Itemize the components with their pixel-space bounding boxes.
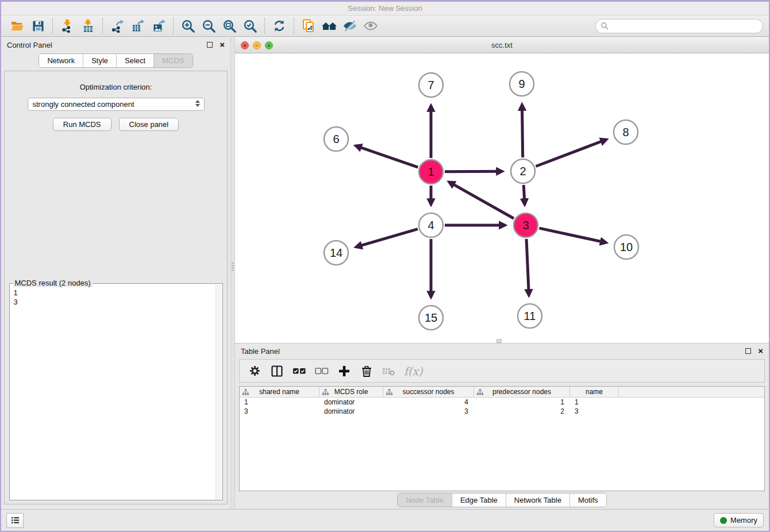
toolbar-separator	[52, 18, 53, 34]
search-field[interactable]	[595, 19, 763, 33]
export-network-button[interactable]	[107, 17, 128, 34]
zoom-out-button[interactable]	[198, 17, 219, 34]
graph-node-label: 8	[622, 126, 629, 138]
delete-table-button[interactable]	[382, 364, 396, 379]
close-table-panel-icon[interactable]: ×	[758, 348, 763, 354]
tab-select[interactable]: Select	[116, 54, 153, 67]
network-title: scc.txt	[491, 41, 513, 49]
memory-button[interactable]: Memory	[714, 513, 764, 527]
network-canvas[interactable]: 7968124314101511	[235, 53, 769, 343]
search-icon	[600, 22, 609, 30]
tab-node-table[interactable]: Node Table	[398, 494, 452, 507]
minimize-window-button[interactable]: −	[253, 41, 261, 49]
network-window: × − + scc.txt 79681243141015	[235, 37, 769, 343]
add-icon	[338, 365, 351, 377]
graph-edge-1-2[interactable]	[445, 171, 502, 172]
tab-motifs[interactable]: Motifs	[569, 494, 606, 507]
columns-icon	[271, 365, 283, 377]
column-header-successor-nodes[interactable]: successor nodes	[383, 387, 474, 397]
graph-edge-3-11[interactable]	[526, 239, 529, 295]
add-column-button[interactable]	[337, 364, 352, 379]
splitter-handle[interactable]	[496, 339, 502, 343]
graph-node-label: 4	[428, 219, 434, 232]
table-row[interactable]: 1 dominator 4 1 1	[240, 398, 764, 407]
zoom-fit-button[interactable]	[219, 17, 240, 34]
graph-node-label: 15	[425, 311, 437, 324]
zoom-selected-button[interactable]	[240, 17, 260, 34]
delete-icon	[361, 365, 372, 377]
graph-edge-3-10[interactable]	[539, 228, 606, 242]
hide-details-button[interactable]	[340, 17, 360, 34]
export-table-icon	[131, 19, 145, 33]
dropdown-stepper-icon	[195, 100, 200, 107]
cell-shared-name: 3	[240, 407, 319, 416]
column-header-shared-name[interactable]: shared name	[240, 387, 319, 397]
task-history-button[interactable]	[6, 513, 24, 528]
column-header-name[interactable]: name	[570, 387, 619, 397]
zoom-in-button[interactable]	[178, 17, 198, 34]
show-eye-icon	[363, 19, 378, 33]
mcds-result-item[interactable]: 3	[14, 298, 222, 307]
zoom-in-icon	[181, 19, 195, 33]
save-icon	[32, 20, 45, 33]
network-file-button[interactable]	[298, 17, 319, 34]
zoom-window-button[interactable]: +	[265, 41, 273, 49]
open-session-button[interactable]	[7, 17, 28, 34]
close-window-button[interactable]: ×	[241, 41, 249, 49]
graph-edge-1-6[interactable]	[356, 146, 418, 167]
graph-edge-2-8[interactable]	[536, 140, 606, 167]
optimization-criterion-select[interactable]: strongly connected component	[28, 98, 205, 111]
application-window: Session: New Session	[0, 0, 770, 532]
graph-edge-2-9[interactable]	[522, 105, 522, 157]
cell-predecessor-nodes: 2	[474, 407, 570, 416]
graph-edge-2-3[interactable]	[523, 185, 525, 205]
tab-network[interactable]: Network	[39, 54, 83, 67]
export-table-button[interactable]	[128, 17, 148, 34]
show-details-button[interactable]	[360, 17, 381, 34]
cell-successor-nodes: 4	[383, 398, 474, 407]
import-table-button[interactable]	[78, 17, 98, 34]
graph-node-label: 7	[428, 79, 434, 91]
mcds-result-item[interactable]: 1	[14, 288, 222, 298]
export-image-icon	[152, 19, 166, 33]
delete-column-button[interactable]	[359, 364, 374, 379]
show-columns-button[interactable]	[270, 364, 284, 379]
table-header-row: shared name MCDS role successor nodes	[240, 387, 764, 398]
toolbar-separator	[102, 18, 103, 34]
save-session-button[interactable]	[28, 17, 48, 34]
graph-node-label: 11	[524, 310, 536, 322]
close-panel-icon[interactable]: ×	[220, 42, 225, 48]
refresh-button[interactable]	[269, 17, 290, 34]
graph-edge-3-1[interactable]	[449, 182, 514, 219]
table-panel: Table Panel ×	[235, 343, 769, 509]
close-panel-button[interactable]: Close panel	[119, 118, 179, 131]
graph-edge-4-14[interactable]	[356, 229, 418, 247]
float-table-panel-icon[interactable]	[745, 348, 751, 354]
deselect-all-button[interactable]	[314, 364, 329, 379]
select-all-button[interactable]	[292, 364, 307, 379]
import-network-button[interactable]	[57, 17, 78, 34]
float-panel-icon[interactable]	[207, 42, 213, 48]
table-row[interactable]: 3 dominator 3 2 3	[240, 407, 764, 416]
result-scrollbar[interactable]	[215, 284, 222, 499]
function-builder-button[interactable]: f(x)	[404, 365, 423, 377]
selected-criterion: strongly connected component	[33, 100, 134, 109]
main-toolbar	[1, 16, 769, 37]
tab-style[interactable]: Style	[83, 54, 116, 67]
run-mcds-button[interactable]: Run MCDS	[53, 118, 111, 131]
panel-splitter[interactable]	[230, 37, 235, 509]
open-folder-icon	[10, 19, 25, 33]
graph-node-label: 2	[519, 165, 526, 178]
search-input[interactable]	[611, 22, 758, 30]
tab-network-table[interactable]: Network Table	[506, 494, 569, 507]
network-graph[interactable]: 7968124314101511	[235, 53, 769, 342]
table-settings-button[interactable]	[247, 364, 262, 379]
home-button[interactable]	[319, 17, 340, 34]
export-image-button[interactable]	[148, 17, 169, 34]
tab-edge-table[interactable]: Edge Table	[452, 494, 506, 507]
session-titlebar: Session: New Session	[1, 2, 769, 16]
tab-mcds[interactable]: MCDS	[153, 54, 192, 67]
column-header-mcds-role[interactable]: MCDS role	[319, 387, 383, 397]
select-all-icon	[292, 366, 306, 376]
column-header-predecessor-nodes[interactable]: predecessor nodes	[474, 387, 570, 397]
